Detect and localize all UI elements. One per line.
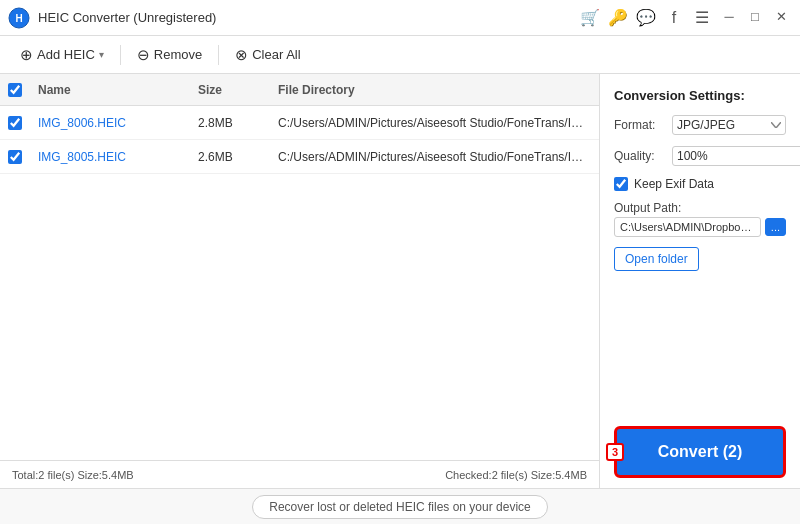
remove-icon: ⊖ [137,46,150,64]
table-row: IMG_8006.HEIC 2.8MB C:/Users/ADMIN/Pictu… [0,106,599,140]
keep-exif-label: Keep Exif Data [634,177,714,191]
quality-label: Quality: [614,149,666,163]
row2-size: 2.6MB [190,150,270,164]
close-button[interactable]: ✕ [770,6,792,28]
keep-exif-row: Keep Exif Data [614,177,786,191]
dropdown-arrow-icon: ▾ [99,49,104,60]
convert-button[interactable]: Convert (2) [614,426,786,478]
title-bar-controls: 🛒 🔑 💬 f ☰ ─ □ ✕ [578,6,792,30]
chat-icon[interactable]: 💬 [634,6,658,30]
header-size: Size [190,83,270,97]
remove-label: Remove [154,47,202,62]
browse-button[interactable]: ... [765,218,786,236]
header-checkbox-cell [0,83,30,97]
key-icon[interactable]: 🔑 [606,6,630,30]
status-bar: Total:2 file(s) Size:5.4MB Checked:2 fil… [0,460,599,488]
svg-text:H: H [15,13,22,24]
row2-checkbox[interactable] [8,150,22,164]
separator [120,45,121,65]
settings-title: Conversion Settings: [614,88,786,103]
minimize-button[interactable]: ─ [718,6,740,28]
file-table-body: IMG_8006.HEIC 2.8MB C:/Users/ADMIN/Pictu… [0,106,599,460]
format-label: Format: [614,118,666,132]
recover-link-button[interactable]: Recover lost or deleted HEIC files on yo… [252,495,547,519]
select-all-checkbox[interactable] [8,83,22,97]
file-panel: Name Size File Directory IMG_8006.HEIC 2… [0,74,600,488]
step-badge: 3 [606,443,624,461]
output-path-label: Output Path: [614,201,786,215]
checked-status: Checked:2 file(s) Size:5.4MB [445,469,587,481]
menu-icon[interactable]: ☰ [690,6,714,30]
open-folder-button[interactable]: Open folder [614,247,699,271]
clear-all-button[interactable]: ⊗ Clear All [225,42,310,68]
cart-icon[interactable]: 🛒 [578,6,602,30]
main-area: Name Size File Directory IMG_8006.HEIC 2… [0,74,800,488]
row1-checkbox-cell [0,116,30,130]
row2-path: C:/Users/ADMIN/Pictures/Aiseesoft Studio… [270,150,599,164]
clear-all-label: Clear All [252,47,300,62]
row1-filename: IMG_8006.HEIC [30,116,190,130]
window-title: HEIC Converter (Unregistered) [38,10,578,25]
format-row: Format: JPG/JPEG PNG GIF BMP TIFF [614,115,786,135]
convert-area: 3 Convert (2) [614,426,786,478]
quality-input[interactable] [672,146,800,166]
header-directory: File Directory [270,83,599,97]
title-bar: H HEIC Converter (Unregistered) 🛒 🔑 💬 f … [0,0,800,36]
bottom-bar: Recover lost or deleted HEIC files on yo… [0,488,800,524]
row2-checkbox-cell [0,150,30,164]
output-path-input[interactable] [614,217,761,237]
remove-button[interactable]: ⊖ Remove [127,42,212,68]
row1-size: 2.8MB [190,116,270,130]
quality-row: Quality: ▲ ▼ [614,145,786,167]
format-select[interactable]: JPG/JPEG PNG GIF BMP TIFF [672,115,786,135]
clear-icon: ⊗ [235,46,248,64]
maximize-button[interactable]: □ [744,6,766,28]
total-status: Total:2 file(s) Size:5.4MB [12,469,134,481]
separator2 [218,45,219,65]
facebook-icon[interactable]: f [662,6,686,30]
table-row: IMG_8005.HEIC 2.6MB C:/Users/ADMIN/Pictu… [0,140,599,174]
add-heic-label: Add HEIC [37,47,95,62]
row2-filename: IMG_8005.HEIC [30,150,190,164]
table-header: Name Size File Directory [0,74,599,106]
keep-exif-checkbox[interactable] [614,177,628,191]
row1-path: C:/Users/ADMIN/Pictures/Aiseesoft Studio… [270,116,599,130]
output-path-section: Output Path: ... [614,201,786,237]
add-heic-button[interactable]: ⊕ Add HEIC ▾ [10,42,114,68]
add-icon: ⊕ [20,46,33,64]
row1-checkbox[interactable] [8,116,22,130]
output-path-row: ... [614,217,786,237]
settings-panel: Conversion Settings: Format: JPG/JPEG PN… [600,74,800,488]
app-logo: H [8,7,30,29]
header-name: Name [30,83,190,97]
toolbar: ⊕ Add HEIC ▾ ⊖ Remove ⊗ Clear All [0,36,800,74]
